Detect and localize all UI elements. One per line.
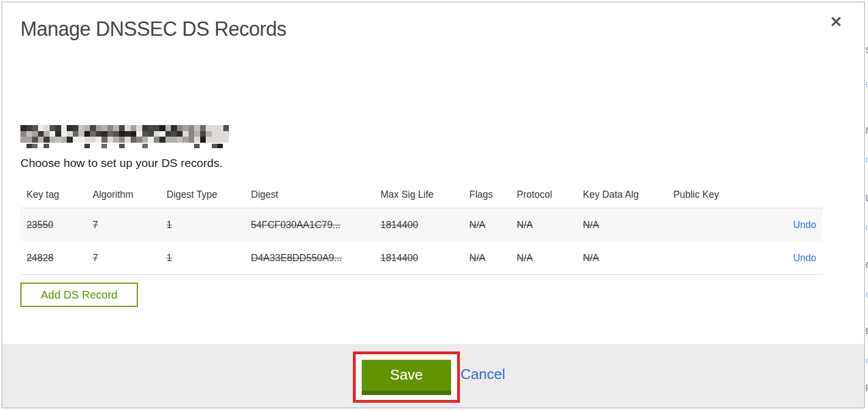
table-body: 235507154FCF030AA1C79...1814400N/AN/AN/A… <box>20 208 822 275</box>
column-header: Protocol <box>511 189 577 201</box>
undo-link[interactable]: Undo <box>793 252 816 263</box>
cell-digest-type: 1 <box>160 219 245 231</box>
ds-records-table: Key tagAlgorithmDigest TypeDigestMax Sig… <box>20 182 822 275</box>
column-header: Key Data Alg <box>577 189 667 201</box>
column-header: Max Sig Life <box>374 189 463 201</box>
dnssec-modal: Manage DNSSEC DS Records ✕ Choose how to… <box>2 2 865 408</box>
background-text-fragment: S <box>865 45 868 56</box>
cell-key-data-alg: N/A <box>577 252 667 264</box>
cell-protocol: N/A <box>511 252 577 264</box>
cell-key-data-alg: N/A <box>577 219 667 231</box>
cell-digest-type: 1 <box>160 252 245 264</box>
background-text-fragment: N <box>865 126 868 137</box>
column-header: Public Key <box>667 189 778 201</box>
background-text-fragment: L <box>865 193 868 204</box>
cell-max-sig-life: 1814400 <box>374 219 463 231</box>
cell-protocol: N/A <box>511 219 577 231</box>
background-text-fragment: d <box>865 79 868 90</box>
cell-key-tag: 24828 <box>20 252 87 264</box>
column-header: Flags <box>463 189 511 201</box>
column-header: Digest Type <box>160 189 245 201</box>
cell-algorithm: 7 <box>87 219 160 231</box>
red-annotation-box: Save <box>353 351 460 403</box>
save-button[interactable]: Save <box>362 360 451 395</box>
background-text-fragment: P <box>865 383 868 394</box>
screenshot-root: SdNoLoCoEoP Manage DNSSEC DS Records ✕ C… <box>0 0 868 411</box>
modal-footer: Save Cancel <box>2 344 864 408</box>
table-header-row: Key tagAlgorithmDigest TypeDigestMax Sig… <box>20 182 822 208</box>
cancel-link[interactable]: Cancel <box>460 366 505 383</box>
undo-link[interactable]: Undo <box>793 219 816 230</box>
column-header: Digest <box>245 189 374 201</box>
redacted-domain-pixelation-tail <box>20 144 229 149</box>
background-text-fragment: o <box>865 154 868 165</box>
column-header: Algorithm <box>87 189 160 201</box>
close-icon[interactable]: ✕ <box>826 12 846 32</box>
cell-action: Undo <box>778 252 822 264</box>
cell-digest: D4A33E8DD550A9... <box>245 252 374 264</box>
cell-max-sig-life: 1814400 <box>374 252 463 264</box>
cell-algorithm: 7 <box>87 252 160 264</box>
background-text-fragment: C <box>865 260 868 271</box>
redacted-domain-pixelation <box>20 125 229 143</box>
table-row: 235507154FCF030AA1C79...1814400N/AN/AN/A… <box>20 208 822 241</box>
cell-flags: N/A <box>463 219 511 231</box>
background-text-fragment: E <box>865 326 868 337</box>
add-ds-record-button[interactable]: Add DS Record <box>20 283 138 307</box>
page-title: Manage DNSSEC DS Records <box>20 18 286 41</box>
background-text-fragment: o <box>865 355 868 366</box>
background-text-fragment: o <box>865 289 868 300</box>
column-header: Key tag <box>20 189 87 201</box>
subtitle-text: Choose how to set up your DS records. <box>20 156 223 170</box>
cell-flags: N/A <box>463 252 511 264</box>
table-row: 2482871D4A33E8DD550A9...1814400N/AN/AN/A… <box>20 241 822 275</box>
cell-action: Undo <box>778 219 822 231</box>
background-text-fragment: o <box>865 222 868 233</box>
cell-key-tag: 23550 <box>20 219 87 231</box>
cell-digest: 54FCF030AA1C79... <box>245 219 374 231</box>
background-page-sliver: SdNoLoCoEoP <box>865 0 868 411</box>
